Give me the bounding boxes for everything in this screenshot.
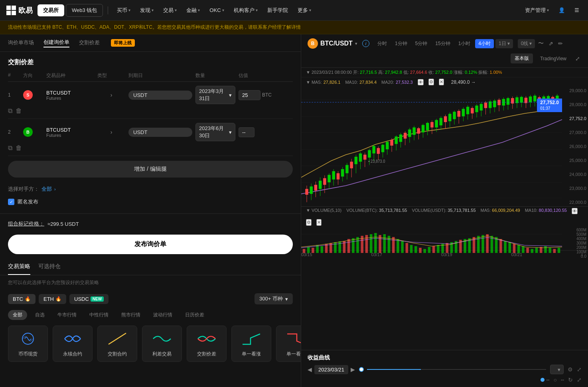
delete-btn-1[interactable]: 🗑 [16, 107, 22, 115]
tab-spread[interactable]: 交割价差 [79, 39, 100, 47]
legend-refresh-btn[interactable]: ↻ [568, 377, 573, 383]
strategy-card-bullish[interactable]: 单一看涨 [231, 326, 271, 362]
time-tab-1m[interactable]: 1分钟 [392, 39, 410, 48]
tab-market[interactable]: 询价单市场 [8, 39, 34, 47]
strategy-card-bearish[interactable]: 单一看跌 [276, 326, 301, 362]
time-more-btn[interactable]: 1日 ▾ [495, 39, 513, 48]
nav-buy[interactable]: 买币 ▾ [113, 4, 134, 16]
type-pill-1[interactable]: USDT [128, 91, 192, 100]
nav-menu-hamburger[interactable]: ☰ [572, 5, 582, 16]
time-tab-4h[interactable]: 4小时 [475, 39, 494, 48]
logo[interactable]: 欧易 [6, 6, 33, 15]
date-prev-btn[interactable]: ◀ [308, 366, 312, 373]
profit-refresh-btn[interactable]: ⚙ [568, 366, 573, 373]
qty-field-1[interactable] [239, 90, 260, 100]
copy-btn-1[interactable]: ⧉ [8, 107, 12, 115]
add-leg-button[interactable]: 增加 / 编辑腿 [8, 161, 293, 178]
time-tab-min[interactable]: 分时 [374, 39, 390, 48]
type-pill-2[interactable]: USDT [128, 128, 192, 137]
date-select-2[interactable]: 2023年6月30日 ▾ [195, 123, 235, 141]
nav-more[interactable]: 更多 ▾ [294, 4, 315, 16]
nav-trade[interactable]: 交易 ▾ [159, 4, 181, 16]
nav-academy[interactable]: 新手学院 [263, 4, 292, 16]
date-next-btn[interactable]: ▶ [351, 366, 355, 373]
publish-button[interactable]: 发布询价单 [8, 235, 293, 254]
nav-finance[interactable]: 金融 ▾ [182, 4, 204, 16]
row-actions-1: ⧉ 🗑 [8, 107, 20, 115]
copy-btn-2[interactable]: ⧉ [8, 144, 12, 152]
combo-price-label[interactable]: 组合标记价格： [8, 220, 44, 227]
draw-tool-btn[interactable]: ⇗ [547, 39, 555, 47]
info-icon[interactable]: i [362, 40, 369, 47]
strategy-card-spread[interactable]: 利差交易 [142, 326, 182, 362]
filter-volatile[interactable]: 波动行情 [148, 310, 177, 320]
arrow-btn-2[interactable]: › [97, 129, 125, 135]
ma-close-btn[interactable]: ✕ [439, 79, 444, 85]
filter-bear[interactable]: 熊市行情 [116, 310, 145, 320]
arrow-btn-1[interactable]: › [97, 92, 125, 98]
strategy-tab-strategy[interactable]: 交易策略 [8, 263, 30, 275]
profit-expand-btn[interactable]: ⤢ [577, 366, 582, 373]
filter-watchlist[interactable]: 自选 [30, 310, 49, 320]
legend-expand-btn[interactable]: ⤢ [577, 377, 582, 383]
spread-label: 利差交易 [152, 351, 172, 357]
coin-btn-btc[interactable]: BTC 🔥 [8, 294, 36, 304]
anon-checkbox[interactable]: ✓ [8, 199, 14, 205]
ma-settings-btn[interactable]: ⚙ [428, 79, 434, 85]
nav-user[interactable]: 👤 [556, 5, 567, 16]
coin-btn-eth[interactable]: ETH 🔥 [39, 294, 66, 304]
nav-okc[interactable]: OKC ▾ [205, 5, 228, 16]
nav-institution[interactable]: 机构客户 ▾ [230, 4, 262, 16]
strategy-card-futures[interactable]: 交割合约 [97, 326, 137, 362]
slider-line[interactable] [367, 369, 546, 370]
filter-neutral[interactable]: 中性行情 [85, 310, 113, 320]
strategy-card-perp[interactable]: 永续合约 [53, 326, 93, 362]
vol-settings-btn[interactable]: ⚙ [306, 219, 312, 226]
nav-asset-mgmt[interactable]: 资产管理 ▾ [523, 4, 551, 16]
svg-rect-16 [319, 181, 322, 189]
strategy-tab-position[interactable]: 可选持仓 [38, 263, 61, 275]
svg-rect-88 [480, 104, 483, 111]
indicator-btn[interactable]: 0线 ▾ [518, 39, 535, 48]
nav-discover[interactable]: 发现 ▾ [136, 4, 158, 16]
ma-eye-btn[interactable]: 👁 [418, 79, 424, 85]
strategy-card-spot[interactable]: 币币现货 [8, 326, 48, 362]
vol-close-btn[interactable]: ✕ [316, 219, 322, 226]
logo-icon [6, 6, 16, 15]
exchange-btn[interactable]: 交易所 [37, 4, 64, 16]
svg-rect-136 [338, 241, 341, 253]
svg-rect-14 [314, 185, 317, 190]
counterpart-link[interactable]: 全部 [41, 186, 52, 193]
slider-dot[interactable] [359, 367, 364, 372]
legend-circle-btn[interactable]: ○ [554, 377, 557, 383]
expand-chart-btn[interactable]: ⤢ [574, 55, 582, 63]
profit-select[interactable] [550, 365, 564, 374]
filter-all[interactable]: 全部 [8, 310, 27, 320]
svg-rect-50 [395, 136, 398, 144]
svg-rect-34 [359, 154, 362, 162]
time-tab-5m[interactable]: 5分钟 [412, 39, 431, 48]
wave-tool-btn[interactable]: 〜 [537, 39, 545, 48]
coin-select-button[interactable]: 300+ 币种 ▾ [255, 293, 293, 304]
tv-mode-btn[interactable]: TradingView [536, 54, 570, 63]
svg-rect-58 [412, 127, 415, 135]
vol-eye-btn[interactable]: 👁 [572, 208, 578, 214]
time-tab-1h[interactable]: 1小时 [455, 39, 474, 48]
date-select-1[interactable]: 2023年3月31日 ▾ [195, 86, 235, 104]
strategy-card-calendar[interactable]: 交割价差 [187, 326, 227, 362]
svg-rect-22 [332, 171, 335, 180]
filter-calendar[interactable]: 日历价差 [180, 310, 209, 320]
web3-btn[interactable]: Web3 钱包 [66, 4, 103, 17]
symbol-chevron[interactable]: ▾ [355, 41, 357, 46]
svg-rect-36 [363, 155, 366, 160]
svg-rect-150 [401, 241, 404, 253]
user-icon: 👤 [558, 7, 565, 13]
tab-create[interactable]: 创建询价单 [43, 39, 69, 47]
qty-field-2[interactable] [239, 127, 255, 137]
filter-bull[interactable]: 牛市行情 [53, 310, 81, 320]
coin-btn-usdc[interactable]: USDC NEW [69, 294, 109, 304]
time-tab-15m[interactable]: 15分钟 [432, 39, 453, 48]
basic-mode-btn[interactable]: 基本版 [511, 53, 533, 63]
delete-btn-2[interactable]: 🗑 [16, 144, 22, 152]
pencil-tool-btn[interactable]: ✏ [556, 39, 564, 47]
